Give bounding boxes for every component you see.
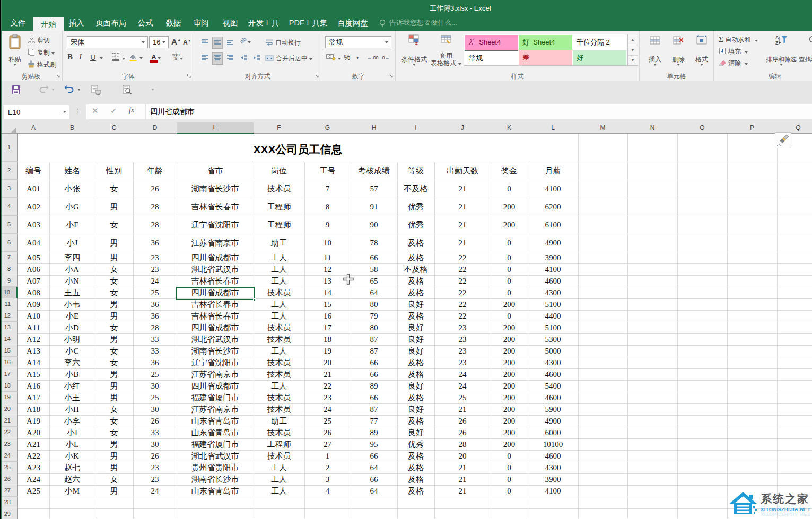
col-header-H[interactable]: H [351,122,397,134]
format-as-table-button[interactable]: 套用表格格式 [431,33,461,68]
header-cell-出勤天数[interactable]: 出勤天数 [434,162,491,180]
cell-E15[interactable]: 湖南省长沙市 [177,345,254,357]
cell-E27[interactable]: 山东省青岛市 [177,485,254,497]
cell-J24[interactable]: 20 [434,450,491,462]
delete-cells-button[interactable]: 删除 [667,33,689,68]
cell-L9[interactable]: 4600 [528,275,578,287]
tab-page-layout[interactable]: 页面布局 [92,15,129,31]
header-cell-等级[interactable]: 等级 [397,162,434,180]
cell-D10[interactable]: 25 [133,287,177,298]
cell-A9[interactable]: A07 [18,275,49,287]
cell-B10[interactable]: 王五 [49,287,95,298]
underline-button[interactable]: U [90,52,96,61]
cell-B9[interactable]: 小N [49,275,95,287]
cell-A25[interactable]: A23 [18,462,49,473]
style-chip-bad-sheet4[interactable]: 差_Sheet4 [465,35,518,50]
cell-F4[interactable]: 工程师 [254,198,304,216]
cell-C19[interactable]: 男 [95,392,133,403]
cell-E20[interactable]: 江苏省南京市 [177,403,254,415]
cell-H25[interactable]: 64 [351,462,397,473]
cell-B21[interactable]: 小李 [49,415,95,427]
row-header-27[interactable]: 27 [0,485,18,497]
cell-L19[interactable]: 4600 [528,392,578,403]
tab-file[interactable]: 文件 [5,15,31,31]
formula-bar-splitter[interactable]: ⋮ [75,108,81,115]
qat-customize-dropdown[interactable] [151,89,154,91]
cell-K7[interactable]: 0 [491,252,528,263]
cell-I18[interactable]: 良好 [397,380,434,392]
row-header-29[interactable]: 29 [0,508,18,519]
style-chip-good[interactable]: 好 [573,50,626,65]
cell-I24[interactable]: 及格 [397,450,434,462]
selected-cell-outline[interactable] [176,287,255,300]
cell-G16[interactable]: 20 [304,357,351,368]
cell-L15[interactable]: 5000 [528,345,578,357]
cell-A14[interactable]: A12 [18,333,49,345]
cell-H21[interactable]: 77 [351,415,397,427]
col-header-F[interactable]: F [254,122,304,134]
cell-B15[interactable]: 小C [49,345,95,357]
cell-H5[interactable]: 90 [351,216,397,234]
cell-I6[interactable]: 及格 [397,234,434,252]
cell-F18[interactable]: 工人 [254,380,304,392]
find-select-button[interactable]: 查找和选择 [799,33,812,68]
grow-font-button[interactable]: A▲ [171,37,181,46]
cell-F15[interactable]: 工人 [254,345,304,357]
cell-E26[interactable]: 湖南省长沙市 [177,473,254,485]
header-cell-月薪[interactable]: 月薪 [528,162,578,180]
cell-I16[interactable]: 及格 [397,357,434,368]
tab-review[interactable]: 审阅 [188,15,214,31]
cancel-icon[interactable]: ✕ [92,106,99,116]
cell-D26[interactable]: 23 [133,473,177,485]
cell-D17[interactable]: 25 [133,368,177,380]
col-header-N[interactable]: N [627,122,677,134]
cell-J11[interactable]: 22 [434,298,491,310]
cell-E19[interactable]: 福建省厦门市 [177,392,254,403]
cell-B18[interactable]: 小红 [49,380,95,392]
cell-D14[interactable]: 33 [133,333,177,345]
cell-C18[interactable]: 男 [95,380,133,392]
cell-E9[interactable]: 吉林省长春市 [177,275,254,287]
cell-F14[interactable]: 技术员 [254,333,304,345]
cell-L7[interactable]: 3900 [528,252,578,263]
cell-B26[interactable]: 赵六 [49,473,95,485]
cell-G20[interactable]: 24 [304,403,351,415]
cut-button[interactable]: 剪切 [28,36,50,45]
cell-F5[interactable]: 工程师 [254,216,304,234]
row-header-23[interactable]: 23 [0,438,18,450]
col-header-B[interactable]: B [49,122,95,134]
cell-G6[interactable]: 10 [304,234,351,252]
cell-D18[interactable]: 30 [133,380,177,392]
cell-F16[interactable]: 技术员 [254,357,304,368]
cell-C14[interactable]: 男 [95,333,133,345]
col-header-A[interactable]: A [18,122,49,134]
clear-button[interactable]: 清除 [719,58,748,68]
cell-L26[interactable]: 3900 [528,473,578,485]
cell-E7[interactable]: 四川省成都市 [177,252,254,263]
cell-A4[interactable]: A02 [18,198,49,216]
col-header-M[interactable]: M [578,122,627,134]
cell-G25[interactable]: 2 [304,462,351,473]
cell-H19[interactable]: 66 [351,392,397,403]
cell-F11[interactable]: 工人 [254,298,304,310]
cell-K5[interactable]: 200 [491,216,528,234]
header-cell-奖金[interactable]: 奖金 [491,162,528,180]
cell-D9[interactable]: 24 [133,275,177,287]
cell-E13[interactable]: 四川省成都市 [177,322,254,333]
undo-button[interactable] [64,85,75,95]
cell-I5[interactable]: 优秀 [397,216,434,234]
cell-F25[interactable]: 工人 [254,462,304,473]
tab-formulas[interactable]: 公式 [133,15,158,31]
cell-F17[interactable]: 技术员 [254,368,304,380]
bold-button[interactable]: B [67,52,73,61]
row-header-5[interactable]: 5 [0,216,18,234]
cell-D5[interactable]: 28 [133,216,177,234]
cell-A8[interactable]: A06 [18,263,49,275]
cell-H11[interactable]: 80 [351,298,397,310]
wrap-text-button[interactable]: 自动换行 [265,38,301,47]
autosum-button[interactable]: Σ 自动求和 [719,35,758,45]
cell-A12[interactable]: A10 [18,310,49,322]
cell-L3[interactable]: 4100 [528,180,578,198]
redo-button[interactable] [38,85,49,95]
alignment-dialog-launcher[interactable] [314,73,319,80]
